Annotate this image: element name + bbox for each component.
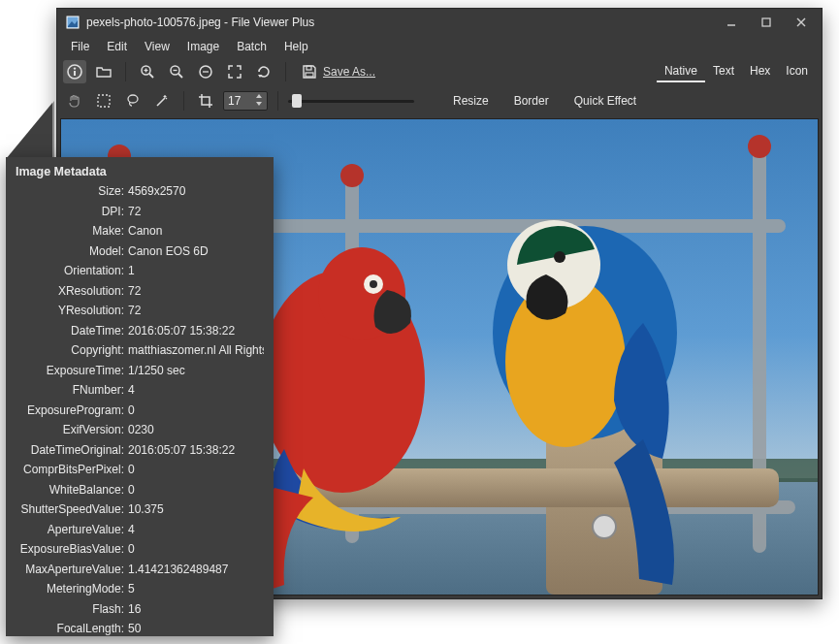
rotate-button[interactable] — [252, 60, 275, 83]
metadata-label: FNumber: — [16, 383, 128, 397]
metadata-row: Size:4569x2570 — [16, 184, 264, 205]
image-metadata-panel: Image Metadata Size:4569x2570DPI:72Make:… — [6, 157, 274, 636]
metadata-label: ExposureBiasValue: — [16, 542, 128, 556]
stepper-icon — [255, 93, 263, 107]
main-toolbar: Save As... Native Text Hex Icon — [57, 57, 822, 86]
zoom-out-button[interactable] — [165, 60, 188, 83]
menu-batch[interactable]: Batch — [229, 38, 274, 55]
quick-effect-button[interactable]: Quick Effect — [565, 91, 646, 111]
marquee-tool[interactable] — [92, 89, 115, 113]
svg-point-34 — [340, 164, 364, 187]
svg-point-7 — [74, 67, 76, 69]
zoom-percent-input[interactable]: 17 — [223, 91, 268, 111]
metadata-label: DPI: — [16, 205, 128, 218]
metadata-row: Flash:16 — [16, 602, 264, 623]
maximize-button[interactable] — [750, 12, 783, 33]
svg-marker-23 — [256, 94, 262, 98]
view-tab-text[interactable]: Text — [705, 61, 742, 82]
zoom-percent-value: 17 — [228, 94, 241, 108]
svg-line-14 — [178, 74, 182, 78]
separator — [277, 91, 278, 111]
separator — [125, 62, 126, 81]
svg-rect-3 — [762, 18, 770, 26]
zoom-reset-button[interactable] — [194, 60, 217, 83]
metadata-row: Orientation:1 — [16, 264, 264, 284]
metadata-label: Make: — [16, 224, 128, 238]
wand-tool[interactable] — [150, 89, 174, 113]
metadata-row: Make:Canon — [16, 224, 264, 244]
metadata-row: MaxApertureValue:1.41421362489487 — [16, 563, 264, 583]
metadata-value: 0 — [128, 463, 264, 476]
border-button[interactable]: Border — [504, 91, 559, 111]
metadata-label: DateTime: — [16, 324, 128, 338]
metadata-label: YResolution: — [16, 304, 128, 317]
svg-point-47 — [554, 251, 565, 263]
metadata-value: Canon — [128, 224, 264, 238]
fullscreen-button[interactable] — [223, 60, 246, 83]
metadata-label: FocalLength: — [16, 622, 128, 635]
metadata-label: WhiteBalance: — [16, 483, 128, 497]
view-tab-native[interactable]: Native — [657, 61, 705, 82]
resize-button[interactable]: Resize — [443, 91, 499, 111]
metadata-row: ComprBitsPerPixel:0 — [16, 463, 264, 483]
metadata-row: ExposureTime:1/1250 sec — [16, 364, 264, 384]
metadata-label: ExposureTime: — [16, 364, 128, 377]
metadata-title: Image Metadata — [16, 165, 264, 178]
window-controls — [713, 12, 818, 33]
lasso-tool[interactable] — [121, 89, 145, 113]
close-button[interactable] — [785, 12, 818, 33]
info-button[interactable] — [63, 60, 86, 83]
metadata-row: DateTimeOriginal:2016:05:07 15:38:22 — [16, 443, 264, 464]
metadata-label: Model: — [16, 244, 128, 258]
metadata-label: ShutterSpeedValue: — [16, 502, 128, 516]
save-as-button[interactable]: Save As... — [296, 60, 381, 83]
metadata-row: ApertureValue:4 — [16, 523, 264, 543]
separator — [285, 62, 286, 81]
metadata-value: 72 — [128, 304, 264, 317]
svg-rect-8 — [74, 71, 76, 76]
crop-tool[interactable] — [194, 89, 217, 113]
metadata-value: 72 — [128, 284, 264, 298]
minimize-button[interactable] — [715, 12, 748, 33]
metadata-label: MaxApertureValue: — [16, 563, 128, 576]
metadata-row: FocalLength:50 — [16, 622, 264, 636]
metadata-row: ExposureBiasValue:0 — [16, 542, 264, 563]
zoom-in-button[interactable] — [136, 60, 159, 83]
metadata-label: ExifVersion: — [16, 423, 128, 436]
svg-rect-19 — [307, 66, 311, 70]
metadata-label: Size: — [16, 184, 128, 198]
metadata-row: FNumber:4 — [16, 383, 264, 403]
metadata-value: 0230 — [128, 423, 264, 436]
save-as-label: Save As... — [323, 65, 375, 79]
menu-view[interactable]: View — [137, 38, 177, 55]
svg-rect-20 — [306, 73, 313, 77]
metadata-value: 5 — [128, 582, 264, 596]
pan-tool[interactable] — [63, 89, 86, 113]
metadata-value: 16 — [128, 602, 264, 616]
slider-track-line — [288, 100, 414, 103]
metadata-row: Model:Canon EOS 6D — [16, 244, 264, 265]
menu-image[interactable]: Image — [179, 38, 227, 55]
open-button[interactable] — [92, 60, 115, 83]
menu-edit[interactable]: Edit — [99, 38, 135, 55]
zoom-slider[interactable] — [288, 94, 414, 108]
metadata-value: 4569x2570 — [128, 184, 264, 198]
separator — [183, 91, 184, 111]
metadata-label: DateTimeOriginal: — [16, 443, 128, 457]
slider-knob[interactable] — [292, 94, 302, 108]
metadata-value: 0 — [128, 542, 264, 556]
menu-help[interactable]: Help — [276, 38, 316, 55]
metadata-row: DateTime:2016:05:07 15:38:22 — [16, 324, 264, 344]
menu-bar: File Edit View Image Batch Help — [57, 36, 822, 57]
metadata-value: 1/1250 sec — [128, 364, 264, 377]
metadata-row: WhiteBalance:0 — [16, 483, 264, 503]
menu-file[interactable]: File — [63, 38, 97, 55]
view-tab-hex[interactable]: Hex — [742, 61, 778, 82]
view-tab-icon[interactable]: Icon — [778, 61, 816, 82]
flyout-pointer — [6, 103, 52, 159]
app-icon — [65, 15, 81, 30]
metadata-label: Copyright: — [16, 343, 128, 357]
metadata-value: 0 — [128, 483, 264, 497]
metadata-label: ComprBitsPerPixel: — [16, 463, 128, 476]
metadata-rows-container: Size:4569x2570DPI:72Make:CanonModel:Cano… — [16, 184, 264, 636]
